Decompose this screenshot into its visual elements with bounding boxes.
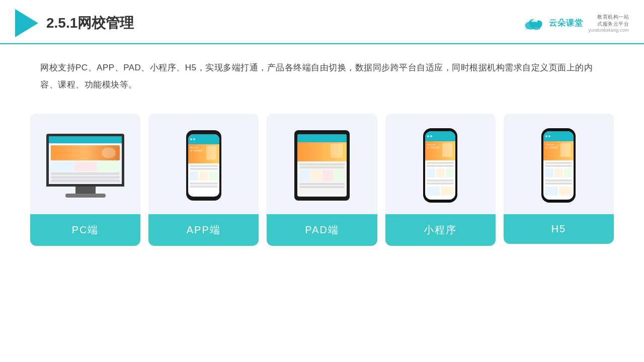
card-pc-image: [30, 114, 140, 214]
phone-mini-icon: [423, 128, 457, 203]
card-app-image: [148, 114, 259, 214]
card-h5-image: [504, 114, 614, 214]
card-pc: PC端: [30, 114, 140, 246]
card-h5-label: H5: [504, 214, 614, 244]
pc-monitor-icon: [46, 134, 124, 198]
card-mini-label: 小程序: [385, 214, 496, 246]
card-app-label: APP端: [148, 214, 259, 246]
svg-rect-4: [531, 21, 537, 22]
card-pad: PAD端: [267, 114, 377, 246]
logo-triangle-icon: [15, 9, 38, 37]
card-app: APP端: [148, 114, 259, 246]
card-mini-image: [385, 114, 496, 214]
header: 2.5.1网校管理 云朵课堂 教育机构一站 式服务云平台 yunduoketan…: [0, 0, 644, 44]
brand-name: 云朵课堂: [549, 18, 583, 29]
device-cards-container: PC端: [0, 99, 644, 261]
phone-h5-icon: [541, 128, 576, 203]
header-left: 2.5.1网校管理: [15, 9, 134, 37]
card-pc-label: PC端: [30, 214, 140, 246]
brand-subtitle: 教育机构一站: [588, 14, 629, 21]
description-text: 网校支持PC、APP、PAD、小程序、H5，实现多端打通，产品各终端自由切换，数…: [0, 44, 644, 99]
page-title: 2.5.1网校管理: [46, 14, 134, 33]
cloud-logo-icon: [522, 15, 546, 31]
ipad-icon: [294, 130, 350, 201]
card-mini: 小程序: [385, 114, 496, 246]
brand-subtitle2: 式服务云平台: [588, 21, 629, 28]
brand-logo: 云朵课堂 教育机构一站 式服务云平台 yunduoketang.com: [522, 14, 629, 33]
brand-url: yunduoketang.com: [588, 28, 629, 33]
card-h5: H5: [504, 114, 614, 244]
brand-area: 云朵课堂 教育机构一站 式服务云平台 yunduoketang.com: [522, 14, 629, 33]
phone-app-icon: [186, 130, 221, 201]
card-pad-image: [267, 114, 377, 214]
card-pad-label: PAD端: [267, 214, 377, 246]
